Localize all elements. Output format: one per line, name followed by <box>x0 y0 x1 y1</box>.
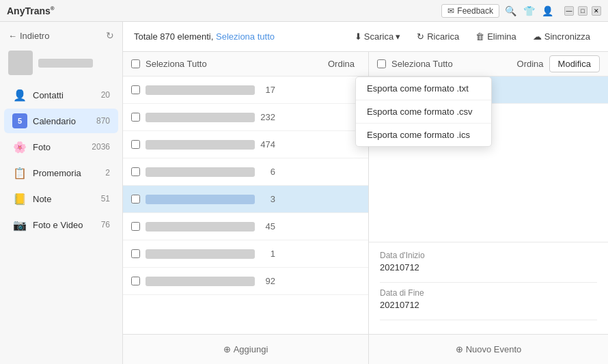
table-row[interactable]: 92 <box>123 268 368 295</box>
profile-icon[interactable]: 👤 <box>542 5 553 16</box>
sidebar-item-count: 20 <box>101 90 110 100</box>
titlebar-actions: ✉ Feedback 🔍 👕 👤 — □ ✕ <box>441 4 601 18</box>
sidebar-item-count: 2036 <box>92 142 110 152</box>
right-panel-footer: ⊕ Nuovo Evento <box>369 334 608 364</box>
start-date-value: 20210712 <box>380 262 597 272</box>
row-name-placeholder <box>146 167 255 177</box>
select-all-checkbox[interactable] <box>131 59 140 68</box>
right-select-all-checkbox[interactable] <box>377 59 386 68</box>
app-logo: AnyTrans® <box>7 5 55 16</box>
table-row[interactable]: 1 <box>123 240 368 268</box>
total-text: Totale 870 elementi, <box>134 31 213 42</box>
email-icon: ✉ <box>447 6 454 16</box>
export-csv-item[interactable]: Esporta come formato .csv <box>356 100 491 124</box>
foto-video-icon: 📷 <box>12 217 27 232</box>
sidebar-item-calendario[interactable]: 5 Calendario 870 <box>4 109 118 133</box>
sidebar-item-count: 2 <box>105 168 110 178</box>
refresh-icon[interactable]: ↻ <box>106 30 114 41</box>
right-header-ordina-label: Ordina <box>517 59 544 69</box>
row-checkbox[interactable] <box>131 140 140 149</box>
row-checkbox[interactable] <box>131 222 140 231</box>
table-row[interactable]: 232 <box>123 104 368 131</box>
ricarica-button[interactable]: ↻ Ricarica <box>410 28 466 45</box>
table-row[interactable]: 6 <box>123 158 368 186</box>
sidebar-item-count: 51 <box>101 194 110 204</box>
plus-circle-icon: ⊕ <box>223 344 231 354</box>
start-date-field: Data d'Inizio 20210712 <box>380 251 597 272</box>
sidebar-item-promemoria[interactable]: 📋 Promemoria 2 <box>4 160 118 185</box>
table-row[interactable]: 474 <box>123 131 368 158</box>
row-checkbox[interactable] <box>131 113 140 122</box>
feedback-label: Feedback <box>457 6 493 16</box>
row-name-placeholder <box>146 277 255 286</box>
sidebar-item-foto-video[interactable]: 📷 Foto e Video 76 <box>4 212 118 237</box>
right-list-header: Seleziona Tutto Ordina Modifica <box>369 52 608 76</box>
calendario-icon: 5 <box>12 113 27 128</box>
left-header-ordina-label: Ordina <box>328 59 355 69</box>
end-date-label: Data di Fine <box>380 288 597 298</box>
row-name-placeholder <box>146 249 255 259</box>
row-name-placeholder <box>146 85 255 95</box>
toolbar: Totale 870 elementi, Seleziona tutto ⬇ S… <box>123 22 608 52</box>
sidebar-item-count: 76 <box>101 220 110 229</box>
left-list-body: 17 232 474 6 <box>123 76 368 334</box>
table-row[interactable]: 3 <box>123 186 368 213</box>
titlebar-icons: 🔍 👕 👤 <box>505 5 553 16</box>
sidebar-item-foto[interactable]: 🌸 Foto 2036 <box>4 135 118 159</box>
left-panel: Seleziona Tutto Ordina 17 232 <box>123 52 369 364</box>
device-info <box>0 48 122 82</box>
right-header-select-label: Seleziona Tutto <box>391 59 517 69</box>
add-calendar-label: Aggiungi <box>234 344 268 354</box>
table-row[interactable]: 17 <box>123 76 368 104</box>
row-checkbox[interactable] <box>131 195 140 204</box>
scarica-label: Scarica <box>364 31 393 42</box>
titlebar: AnyTrans® ✉ Feedback 🔍 👕 👤 — □ ✕ <box>0 0 608 22</box>
feedback-button[interactable]: ✉ Feedback <box>441 4 499 18</box>
shirt-icon[interactable]: 👕 <box>523 5 535 16</box>
export-ics-item[interactable]: Esporta come formato .ics <box>356 124 491 146</box>
sidebar-item-contatti[interactable]: 👤 Contatti 20 <box>4 83 118 107</box>
note-icon: 📒 <box>12 191 27 206</box>
row-name-placeholder <box>146 113 255 122</box>
sidebar-item-label: Promemoria <box>33 168 100 178</box>
add-event-button[interactable]: ⊕ Nuovo Evento <box>456 344 522 354</box>
promemoria-icon: 📋 <box>12 165 27 180</box>
sidebar-item-label: Contatti <box>33 90 96 100</box>
device-avatar <box>8 51 33 75</box>
row-count: 3 <box>255 194 275 204</box>
elimina-button[interactable]: 🗑 Elimina <box>469 28 523 45</box>
export-txt-item[interactable]: Esporta come formato .txt <box>356 77 491 100</box>
row-checkbox[interactable] <box>131 167 140 176</box>
minimize-button[interactable]: — <box>564 6 574 16</box>
maximize-button[interactable]: □ <box>578 6 588 16</box>
start-date-label: Data d'Inizio <box>380 251 597 260</box>
close-button[interactable]: ✕ <box>592 6 601 16</box>
row-name-placeholder <box>146 195 255 204</box>
sincronizza-label: Sincronizza <box>544 31 590 42</box>
sidebar-item-label: Foto e Video <box>33 220 96 230</box>
detail-divider <box>380 282 597 283</box>
elimina-label: Elimina <box>487 31 516 42</box>
add-calendar-button[interactable]: ⊕ Aggiungi <box>223 344 268 354</box>
sincronizza-button[interactable]: ☁ Sincronizza <box>526 28 597 45</box>
end-date-field: Data di Fine 20210712 <box>380 288 597 310</box>
app-title: AnyTrans <box>7 5 51 16</box>
row-name-placeholder <box>146 140 255 150</box>
sidebar-item-note[interactable]: 📒 Note 51 <box>4 186 118 211</box>
row-checkbox[interactable] <box>131 277 140 285</box>
select-all-link[interactable]: Seleziona tutto <box>216 31 275 42</box>
download-icon: ⬇ <box>355 31 362 42</box>
row-count: 92 <box>255 276 275 286</box>
detail-divider-2 <box>380 320 597 320</box>
main-layout: ← Indietro ↻ 👤 Contatti 20 5 Calendario … <box>0 22 608 364</box>
row-count: 17 <box>255 85 275 95</box>
search-icon[interactable]: 🔍 <box>505 5 516 16</box>
modify-button[interactable]: Modifica <box>549 55 600 72</box>
toolbar-info: Totale 870 elementi, Seleziona tutto <box>134 31 345 42</box>
back-button[interactable]: ← Indietro <box>8 31 49 41</box>
row-checkbox[interactable] <box>131 249 140 258</box>
row-checkbox[interactable] <box>131 85 140 94</box>
table-row[interactable]: 45 <box>123 213 368 240</box>
left-header-select-label: Seleziona Tutto <box>146 59 328 69</box>
scarica-button[interactable]: ⬇ Scarica ▾ <box>348 28 407 45</box>
